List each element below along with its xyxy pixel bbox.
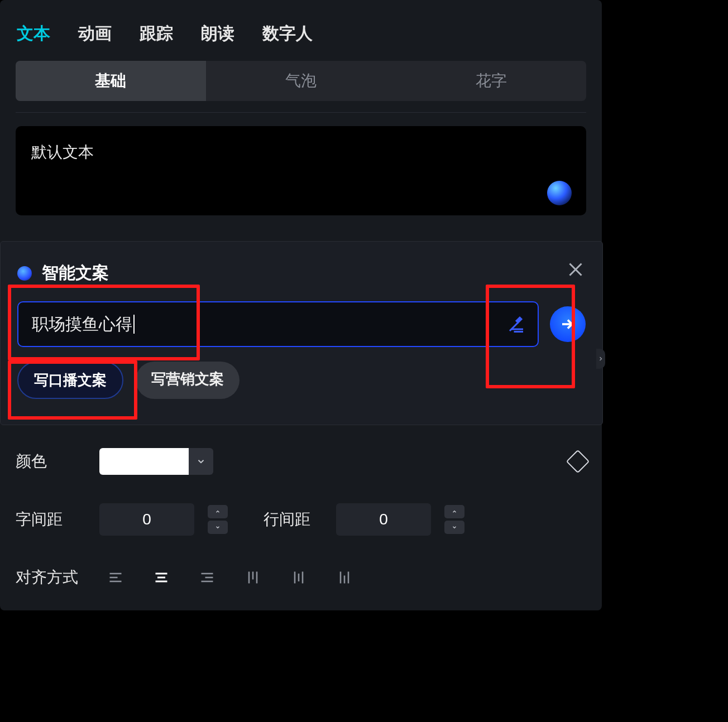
line-spacing-input[interactable]: 0 [336,503,431,536]
color-label: 颜色 [16,451,99,472]
ai-orb-icon [17,266,32,281]
text-content-input[interactable]: 默认文本 [16,126,586,215]
divider [16,112,586,113]
keyframe-diamond-icon[interactable] [566,450,590,473]
sub-tabs: 基础 气泡 花字 [16,61,586,101]
stepper-up-icon[interactable] [208,505,228,518]
ai-assistant-orb-icon[interactable] [547,181,572,205]
close-icon[interactable] [566,259,586,280]
line-spacing-label: 行间距 [264,509,336,530]
spacing-row: 字间距 0 行间距 0 [16,502,586,537]
color-swatch[interactable] [99,448,189,475]
tab-tracking[interactable]: 跟踪 [140,22,173,45]
ai-submit-button[interactable] [550,306,586,342]
ai-input-row: 职场摸鱼心得 [17,301,586,347]
align-right-icon[interactable] [191,564,223,591]
align-row: 对齐方式 [16,560,586,595]
text-caret [133,315,135,334]
text-style-controls: 颜色 字间距 0 行间距 0 [0,444,602,618]
align-vertical-top-icon[interactable] [237,564,269,591]
color-row: 颜色 [16,444,586,479]
ai-prompt-value: 职场摸鱼心得 [32,313,132,336]
chip-marketing-copy[interactable]: 写营销文案 [136,362,240,399]
letter-spacing-input[interactable]: 0 [99,503,194,536]
stepper-down-icon[interactable] [444,521,464,534]
stepper-up-icon[interactable] [444,505,464,518]
line-spacing-stepper [444,503,464,536]
text-content-value: 默认文本 [31,143,94,161]
text-properties-panel: 文本 动画 跟踪 朗读 数字人 基础 气泡 花字 默认文本 智能文案 职场摸鱼心… [0,0,602,610]
subtab-bubble[interactable]: 气泡 [206,61,396,101]
tab-tts[interactable]: 朗读 [201,22,234,45]
ai-prompt-input[interactable]: 职场摸鱼心得 [17,301,539,347]
ai-panel-title: 智能文案 [42,262,109,285]
stepper-down-icon[interactable] [208,521,228,534]
align-center-icon[interactable] [145,564,178,591]
subtab-fancy[interactable]: 花字 [396,61,586,101]
panel-collapse-handle[interactable] [596,349,605,369]
align-left-icon[interactable] [99,564,132,591]
magic-wand-icon[interactable] [506,314,526,334]
letter-spacing-label: 字间距 [16,509,99,530]
tab-digital-human[interactable]: 数字人 [262,22,313,45]
chip-script-copy[interactable]: 写口播文案 [17,362,123,399]
subtab-basic[interactable]: 基础 [16,61,206,101]
ai-copywriting-panel: 智能文案 职场摸鱼心得 写口播文案 写营销文案 [0,241,603,425]
align-vertical-bottom-icon[interactable] [328,564,361,591]
align-vertical-center-icon[interactable] [282,564,315,591]
tab-text[interactable]: 文本 [17,22,50,45]
ai-panel-header: 智能文案 [17,262,586,285]
top-tabs: 文本 动画 跟踪 朗读 数字人 [0,0,602,61]
color-dropdown-button[interactable] [189,448,213,475]
ai-template-chips: 写口播文案 写营销文案 [17,362,586,399]
align-label: 对齐方式 [16,567,99,588]
letter-spacing-stepper [208,503,228,536]
tab-animation[interactable]: 动画 [78,22,112,45]
